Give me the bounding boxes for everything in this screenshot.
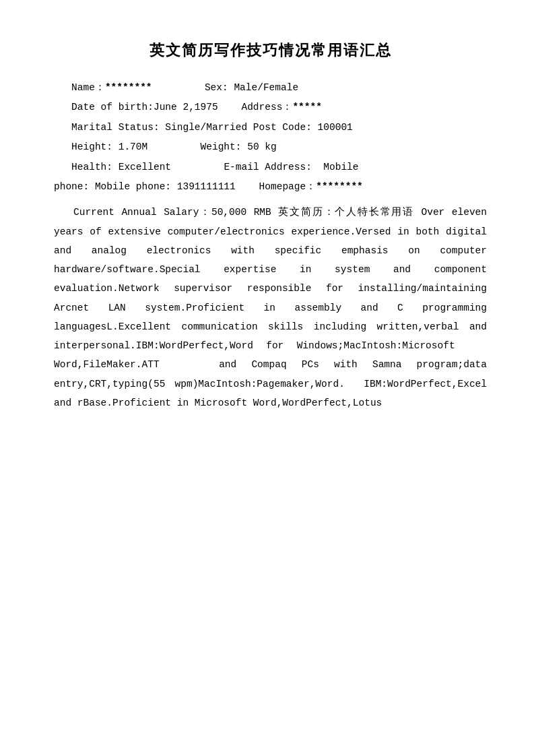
dob-label: Date of birth:June 2,1975 [71, 102, 218, 113]
health-label: Health: Excellent [71, 162, 171, 172]
mobile-label-text: Mobile [323, 162, 358, 172]
mobile-value: Mobile phone: 1391111111 [95, 181, 236, 192]
info-health-line: Health: Excellent E-mail Address: Mobile [54, 159, 487, 176]
address-value: ***** [292, 102, 322, 113]
weight-label: Weight: 50 kg [201, 141, 277, 152]
info-phone-line: phone: Mobile phone: 1391111111 Homepage… [54, 179, 487, 195]
salary-text: Current Annual Salary：50,000 RMB [73, 207, 278, 218]
homepage-label: Homepage： [259, 181, 316, 192]
email-label: E-mail Address: [224, 162, 312, 172]
height-label: Height: 1.70M [71, 141, 147, 152]
chinese-intro: 英文简历：个人特长常用语 [278, 206, 414, 217]
homepage-value: ******** [316, 181, 363, 192]
main-content: Over eleven years of extensive computer/… [54, 207, 487, 408]
marital-label: Marital Status: Single/Married [71, 122, 247, 133]
info-dob-line: Date of birth:June 2,1975 Address：***** [54, 99, 487, 116]
info-height-line: Height: 1.70M Weight: 50 kg [54, 139, 487, 156]
page-title: 英文简历写作技巧情况常用语汇总 [54, 40, 487, 61]
name-label: Name： [71, 82, 105, 93]
address-label: Address： [241, 102, 292, 113]
info-name-line: Name：******** Sex: Male/Female [54, 80, 487, 96]
name-value: ******** [105, 82, 152, 93]
sex-label: Sex: Male/Female [205, 82, 298, 93]
body-text: Current Annual Salary：50,000 RMB 英文简历：个人… [54, 202, 487, 412]
info-marital-line: Marital Status: Single/Married Post Code… [54, 119, 487, 136]
postcode-label: Post Code: 100001 [253, 122, 353, 133]
info-block: Name：******** Sex: Male/Female Date of b… [54, 80, 487, 195]
